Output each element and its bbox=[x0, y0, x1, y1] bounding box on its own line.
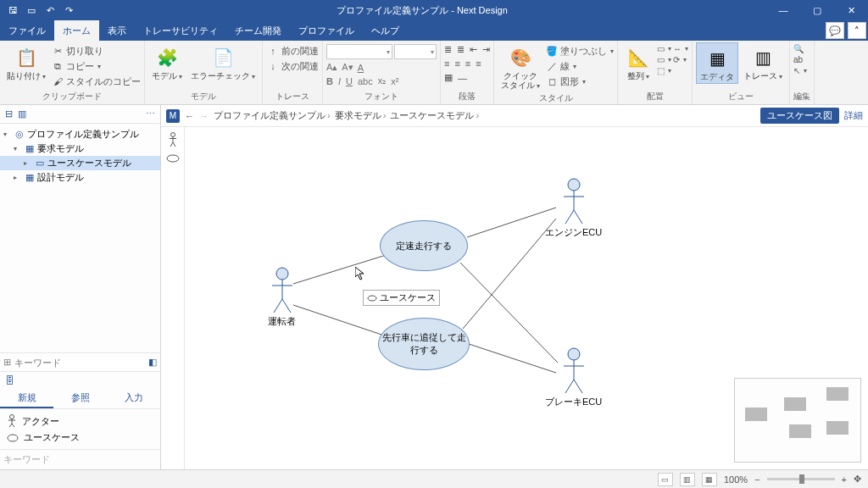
maximize-button[interactable]: ▢ bbox=[800, 0, 834, 20]
tree-search-input[interactable] bbox=[14, 358, 145, 368]
sup-icon[interactable]: x² bbox=[391, 76, 398, 86]
btab-ref[interactable]: 参照 bbox=[53, 389, 107, 408]
next-relation-button[interactable]: ↓次の関連 bbox=[266, 59, 319, 73]
minimap[interactable] bbox=[734, 378, 861, 463]
align-left-icon[interactable]: ≡ bbox=[444, 58, 449, 69]
stylecopy-button[interactable]: 🖌スタイルのコピー bbox=[51, 75, 141, 88]
select-icon[interactable]: ↖ bbox=[793, 66, 807, 75]
underline-icon[interactable]: U bbox=[346, 76, 353, 86]
view-mode-2[interactable]: ▥ bbox=[680, 473, 695, 486]
replace-icon[interactable]: ab bbox=[793, 55, 807, 64]
errorcheck-button[interactable]: 📄エラーチェック bbox=[187, 42, 259, 83]
diagram-canvas[interactable]: 運転者 エンジンECU ブレーキECU 定速走行する 先行車に追従して走 行する… bbox=[185, 127, 868, 469]
collapse-ribbon-icon[interactable]: ˄ bbox=[848, 22, 866, 39]
increase-font-icon[interactable]: A▴ bbox=[326, 62, 337, 73]
zoom-slider[interactable] bbox=[767, 478, 835, 480]
align-button[interactable]: 📐整列 bbox=[621, 42, 655, 83]
bold-icon[interactable]: B bbox=[326, 76, 333, 86]
tab-team[interactable]: チーム開発 bbox=[226, 20, 290, 41]
view-pill[interactable]: ユースケース図 bbox=[760, 108, 839, 124]
actor-driver[interactable]: 運転者 bbox=[268, 267, 296, 328]
send-back-icon[interactable]: ▭ bbox=[657, 55, 671, 64]
indent-icon[interactable]: ⇥ bbox=[482, 44, 490, 55]
fit-icon[interactable]: ✥ bbox=[854, 474, 861, 485]
model-button[interactable]: 🧩モデル bbox=[148, 42, 186, 83]
actor-engine-ecu[interactable]: エンジンECU bbox=[545, 178, 602, 239]
undo-icon[interactable]: ↶ bbox=[41, 0, 59, 20]
tab-traceability[interactable]: トレーサビリティ bbox=[135, 20, 226, 41]
tree-collapse-icon[interactable]: ⊟ bbox=[5, 108, 13, 119]
help-flag-icon[interactable]: 💬 bbox=[826, 22, 844, 39]
decrease-font-icon[interactable]: A▾ bbox=[342, 62, 353, 73]
numbering-icon[interactable]: ≣ bbox=[457, 44, 465, 55]
palette-actor[interactable]: アクター bbox=[7, 413, 153, 430]
shape-button[interactable]: ◻図形 bbox=[545, 75, 614, 88]
fill-button[interactable]: 🪣塗りつぶし bbox=[545, 44, 614, 58]
tab-profile[interactable]: プロファイル bbox=[290, 20, 363, 41]
outdent-icon[interactable]: ⇤ bbox=[470, 44, 477, 55]
quickstyle-button[interactable]: 🎨クイック スタイル bbox=[498, 42, 543, 92]
hr-icon[interactable]: — bbox=[458, 73, 467, 83]
tab-file[interactable]: ファイル bbox=[0, 20, 54, 41]
align-right-icon[interactable]: ≡ bbox=[465, 58, 470, 69]
palette-usecase[interactable]: ユースケース bbox=[7, 430, 153, 446]
svg-line-10 bbox=[173, 142, 175, 147]
minimize-button[interactable]: — bbox=[766, 0, 800, 20]
svg-line-31 bbox=[565, 380, 574, 393]
rotate-icon[interactable]: ⟳ bbox=[673, 55, 688, 64]
tool-actor[interactable] bbox=[168, 132, 178, 149]
zoom-out-icon[interactable]: − bbox=[754, 474, 760, 485]
keyword-input[interactable]: キーワード bbox=[0, 449, 160, 469]
actor-brake-ecu[interactable]: ブレーキECU bbox=[545, 347, 602, 408]
tab-home[interactable]: ホーム bbox=[54, 20, 99, 41]
view-mode-1[interactable]: ▭ bbox=[658, 473, 673, 486]
paste-button[interactable]: 📋 貼り付け bbox=[3, 42, 49, 83]
tree-root[interactable]: ▾◎プロファイル定義サンプル bbox=[0, 127, 160, 141]
copy-button[interactable]: ⧉コピー bbox=[51, 59, 141, 73]
tool-usecase[interactable] bbox=[166, 154, 180, 164]
cut-button[interactable]: ✂切り取り bbox=[51, 44, 141, 58]
nav-forward-icon[interactable]: → bbox=[199, 111, 209, 121]
tree-req[interactable]: ▾▦要求モデル bbox=[0, 141, 160, 156]
btab-input[interactable]: 入力 bbox=[107, 389, 160, 408]
bring-front-icon[interactable]: ▭ bbox=[657, 44, 671, 53]
justify-icon[interactable]: ≡ bbox=[476, 58, 481, 69]
tab-help[interactable]: ヘルプ bbox=[363, 20, 408, 41]
italic-icon[interactable]: I bbox=[338, 76, 341, 86]
usecase-follow[interactable]: 先行車に追従して走 行する bbox=[378, 318, 470, 370]
new-icon[interactable]: ▭ bbox=[22, 0, 41, 20]
detail-link[interactable]: 詳細 bbox=[844, 109, 863, 122]
editor-button[interactable]: ▦エディタ bbox=[696, 42, 738, 84]
tab-view[interactable]: 表示 bbox=[99, 20, 135, 41]
table-icon[interactable]: ▦ bbox=[444, 72, 453, 83]
prev-relation-button[interactable]: ↑前の関連 bbox=[266, 44, 319, 58]
breadcrumb[interactable]: プロファイル定義サンプル› 要求モデル› ユースケースモデル› bbox=[214, 109, 481, 122]
zoom-in-icon[interactable]: + bbox=[842, 474, 847, 485]
close-button[interactable]: ✕ bbox=[834, 0, 868, 20]
svg-line-16 bbox=[460, 263, 558, 363]
view-mode-3[interactable]: ▦ bbox=[702, 473, 717, 486]
nav-back-icon[interactable]: ← bbox=[185, 111, 194, 121]
trace-view-button[interactable]: ▥トレース bbox=[740, 42, 786, 83]
tree-design[interactable]: ▸▦設計モデル bbox=[0, 170, 160, 185]
font-color-icon[interactable]: A bbox=[358, 63, 364, 73]
sub-icon[interactable]: x₂ bbox=[378, 75, 387, 86]
tree-menu-icon[interactable]: ⋯ bbox=[146, 108, 155, 119]
search-filter-icon[interactable]: ◧ bbox=[148, 357, 157, 368]
redo-icon[interactable]: ↷ bbox=[59, 0, 78, 20]
size-icon[interactable]: ↔ bbox=[673, 44, 688, 53]
find-icon[interactable]: 🔍 bbox=[793, 44, 807, 53]
font-size-select[interactable] bbox=[394, 44, 437, 59]
strike-icon[interactable]: abc bbox=[358, 76, 373, 86]
tree-usecase[interactable]: ▸▭ユースケースモデル bbox=[0, 156, 160, 170]
font-family-select[interactable] bbox=[326, 44, 392, 59]
usecase-constant-speed[interactable]: 定速走行する bbox=[380, 220, 468, 271]
align-center-icon[interactable]: ≡ bbox=[454, 58, 459, 69]
save-icon[interactable]: 🖫 bbox=[3, 0, 22, 20]
search-tag-icon[interactable]: ⊞ bbox=[3, 357, 11, 368]
bullets-icon[interactable]: ≣ bbox=[444, 44, 452, 55]
group-icon[interactable]: ⬚ bbox=[657, 66, 671, 75]
tree-filter-icon[interactable]: ▥ bbox=[18, 108, 26, 119]
line-button[interactable]: ／線 bbox=[545, 59, 614, 73]
btab-new[interactable]: 新規 bbox=[0, 389, 53, 408]
